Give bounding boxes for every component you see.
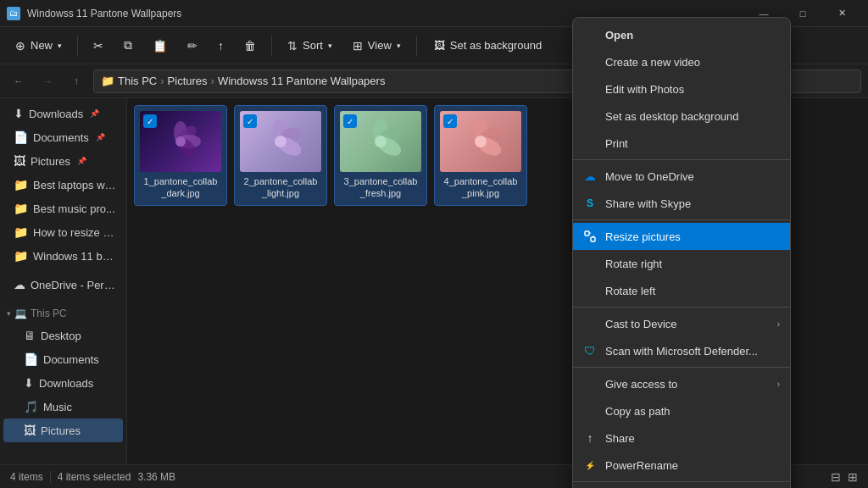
context-menu: Open Create a new video Edit with Photos…	[572, 17, 791, 488]
svg-point-4	[175, 136, 186, 147]
file-thumbnail-4: ✓	[440, 111, 521, 172]
sidebar-label: Downloads	[39, 377, 93, 390]
file-check-2: ✓	[243, 114, 257, 128]
delete-button[interactable]: 🗑	[236, 32, 264, 59]
ctx-rotate-left[interactable]: Rotate left	[573, 277, 790, 304]
view-toggle-tiles[interactable]: ⊞	[848, 470, 858, 484]
path-folder-icon: 📁	[101, 75, 114, 87]
file-thumbnail-1: ✓	[140, 111, 221, 172]
ctx-separator-4	[573, 367, 790, 368]
sidebar-item-music[interactable]: 🎵 Music	[3, 395, 123, 419]
folder-icon: 📁	[14, 225, 28, 239]
this-pc-header[interactable]: ▾ 💻 This PC	[0, 303, 126, 324]
ctx-set-bg[interactable]: Set as desktop background	[573, 103, 790, 130]
file-item-3[interactable]: ✓ 3_pantone_collab_fresh.jpg	[334, 105, 427, 206]
copy-button[interactable]: ⧉	[115, 32, 141, 59]
ctx-copy-path[interactable]: Copy as path	[573, 397, 790, 424]
new-button[interactable]: ⊕ New ▾	[7, 32, 70, 59]
sidebar-item-desktop[interactable]: 🖥 Desktop	[3, 324, 123, 347]
pin-icon: 📌	[90, 109, 99, 118]
close-button[interactable]: ✕	[822, 0, 861, 27]
share-icon: ↑	[583, 431, 597, 445]
ctx-give-access[interactable]: Give access to ›	[573, 370, 790, 397]
ctx-cast[interactable]: Cast to Device ›	[573, 310, 790, 337]
sidebar-item-pictures[interactable]: 🖼 Pictures	[3, 419, 123, 442]
sidebar-label: Downloads	[29, 108, 83, 120]
svg-point-16	[475, 136, 487, 147]
desktop-icon: 🖥	[24, 329, 36, 342]
ctx-label: Resize pictures	[605, 230, 780, 243]
sidebar-item-recent-4[interactable]: 📁 Windows 11 bu...	[3, 244, 123, 268]
ctx-defender[interactable]: 🛡 Scan with Microsoft Defender...	[573, 337, 790, 364]
file-check-4: ✓	[443, 114, 457, 128]
file-item-4[interactable]: ✓ 4_pantone_collab_pink.jpg	[434, 105, 527, 206]
up-button[interactable]: ↑	[64, 69, 88, 93]
ctx-open[interactable]: Open	[573, 21, 790, 48]
sidebar-item-pictures-quick[interactable]: 🖼 Pictures 📌	[3, 149, 123, 173]
file-thumbnail-2: ✓	[240, 111, 321, 172]
sidebar-label: How to resize e...	[33, 226, 116, 239]
ctx-rotate-right[interactable]: Rotate right	[573, 250, 790, 277]
ctx-edit-photos[interactable]: Edit with Photos	[573, 75, 790, 103]
sidebar-label: Documents	[43, 353, 99, 366]
submenu-arrow: ›	[777, 319, 780, 329]
file-name-3: 3_pantone_collab_fresh.jpg	[344, 175, 418, 200]
ctx-separator-3	[573, 307, 790, 308]
share-button[interactable]: ↑	[209, 32, 232, 59]
this-pc-label: This PC	[31, 308, 67, 319]
sidebar-item-onedrive[interactable]: ☁ OneDrive - Perso...	[3, 273, 123, 297]
ctx-label: Share	[605, 432, 780, 445]
ctx-separator-5	[573, 481, 790, 482]
pictures-icon: 🖼	[24, 424, 36, 437]
ctx-separator-1	[573, 159, 790, 160]
sidebar-item-documents-quick[interactable]: 📄 Documents 📌	[3, 125, 123, 149]
paste-icon: 📋	[153, 39, 167, 53]
sidebar-label: Pictures	[41, 424, 81, 437]
sidebar-item-recent-3[interactable]: 📁 How to resize e...	[3, 220, 123, 244]
ctx-share[interactable]: ↑ Share	[573, 424, 790, 452]
back-button[interactable]: ←	[7, 69, 31, 93]
ctx-label: Open	[605, 29, 780, 42]
bg-icon	[583, 109, 597, 123]
documents-icon: 📄	[14, 130, 28, 144]
ctx-create-video[interactable]: Create a new video	[573, 48, 790, 75]
print-icon	[583, 136, 597, 150]
file-name-2: 2_pantone_collab_light.jpg	[244, 175, 318, 200]
svg-rect-17	[585, 231, 589, 236]
powerrename-icon: ⚡	[583, 458, 597, 472]
ctx-skype[interactable]: S Share with Skype	[573, 190, 790, 217]
ctx-powerrename[interactable]: ⚡ PowerRename	[573, 452, 790, 479]
sidebar-item-downloads-quick[interactable]: ⬇ Downloads 📌	[3, 102, 123, 125]
video-icon	[583, 55, 597, 69]
sidebar-item-downloads[interactable]: ⬇ Downloads	[3, 371, 123, 395]
ctx-print[interactable]: Print	[573, 130, 790, 157]
view-toggle-details[interactable]: ⊟	[831, 470, 841, 484]
paste-button[interactable]: 📋	[144, 32, 175, 59]
ctx-label: Give access to	[605, 378, 769, 391]
view-button[interactable]: ⊞ View ▾	[344, 32, 409, 59]
sort-button[interactable]: ⇅ Sort ▾	[279, 32, 341, 59]
sidebar-item-recent-2[interactable]: 📁 Best music pro...	[3, 197, 123, 220]
status-size: 3.36 MB	[137, 471, 175, 483]
forward-button[interactable]: →	[36, 69, 59, 93]
ctx-resize[interactable]: Resize pictures	[573, 223, 790, 250]
rename-button[interactable]: ✏	[179, 32, 206, 59]
status-item-count: 4 items	[10, 471, 43, 483]
onedrive-icon: ☁	[583, 169, 597, 183]
file-item-1[interactable]: ✓ 1_pantone_collab_dark.jpg	[134, 105, 227, 206]
path-current-folder: Windowss 11 Pantone Wallpapers	[218, 75, 386, 87]
file-item-2[interactable]: ✓ 2_pantone_collab_light.jpg	[234, 105, 327, 206]
ctx-onedrive[interactable]: ☁ Move to OneDrive	[573, 163, 790, 190]
open-icon	[583, 28, 597, 42]
sidebar-item-documents[interactable]: 📄 Documents	[3, 347, 123, 371]
set-background-button[interactable]: 🖼 Set as background	[424, 32, 552, 59]
status-separator	[50, 471, 51, 483]
file-check-1: ✓	[143, 114, 157, 128]
onedrive-icon: ☁	[14, 278, 25, 291]
sidebar-label: Desktop	[41, 330, 81, 342]
ctx-separator-2	[573, 219, 790, 220]
sidebar-item-recent-1[interactable]: 📁 Best laptops wi...	[3, 173, 123, 197]
ctx-sendto[interactable]: Send to ›	[573, 485, 790, 488]
ctx-label: Move to OneDrive	[605, 170, 780, 183]
cut-button[interactable]: ✂	[85, 32, 112, 59]
